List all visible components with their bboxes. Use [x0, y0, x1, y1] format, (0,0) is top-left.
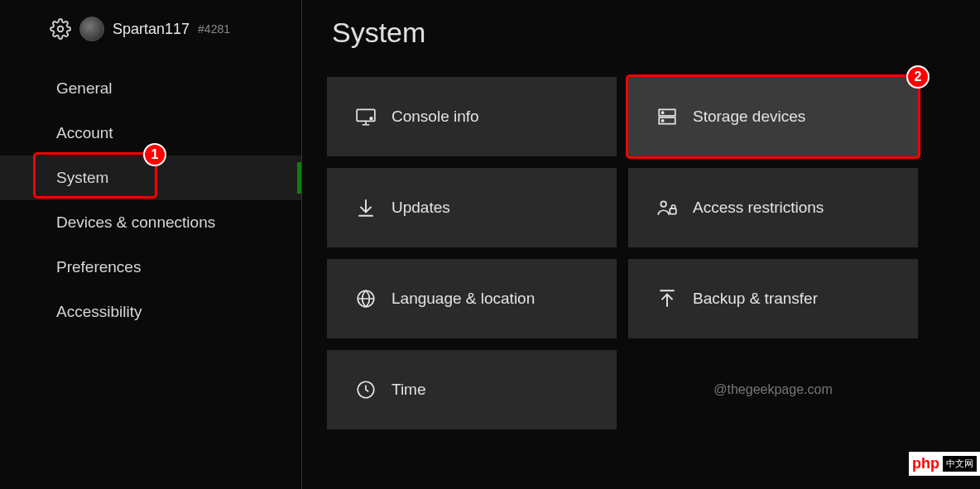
user-tag: #4281: [198, 22, 230, 36]
sidebar-item-preferences[interactable]: Preferences: [0, 245, 301, 290]
svg-point-0: [58, 26, 64, 32]
tile-language-location[interactable]: Language & location: [327, 259, 617, 338]
sidebar-item-label: Account: [56, 124, 113, 141]
storage-icon: [656, 106, 678, 127]
svg-point-2: [370, 117, 372, 120]
monitor-icon: [355, 106, 377, 127]
sidebar-item-label: Preferences: [56, 258, 141, 276]
globe-icon: [355, 288, 377, 309]
tile-label: Time: [392, 381, 426, 399]
tile-label: Updates: [392, 199, 450, 217]
tile-backup-transfer[interactable]: Backup & transfer: [628, 259, 918, 338]
page-title: System: [332, 17, 955, 49]
svg-rect-8: [670, 209, 676, 214]
tile-label: Storage devices: [693, 108, 805, 126]
php-cn: 中文网: [943, 456, 977, 472]
people-lock-icon: [656, 197, 678, 218]
svg-point-6: [662, 120, 664, 122]
tile-label: Access restrictions: [693, 199, 824, 217]
svg-point-5: [662, 112, 664, 113]
avatar: [79, 17, 104, 41]
sidebar-item-general[interactable]: General: [0, 66, 301, 111]
clock-icon: [355, 379, 377, 400]
tile-label: Backup & transfer: [693, 290, 818, 308]
sidebar-item-label: General: [56, 79, 113, 97]
tile-access-restrictions[interactable]: Access restrictions: [628, 168, 918, 247]
profile-header: Spartan117#4281: [0, 17, 301, 66]
php-badge: php 中文网: [909, 452, 980, 476]
sidebar-item-label: Devices & connections: [56, 213, 215, 231]
sidebar-item-label: Accessibility: [56, 303, 142, 320]
php-text: php: [912, 455, 939, 472]
watermark-cell: @thegeekpage.com: [628, 350, 918, 429]
main-content: System Console info Storage devices 2: [302, 0, 980, 489]
sidebar: Spartan117#4281 General Account System 1…: [0, 0, 302, 489]
username: Spartan117: [113, 21, 190, 38]
sidebar-item-accessibility[interactable]: Accessibility: [0, 290, 301, 334]
download-icon: [355, 197, 377, 218]
tile-updates[interactable]: Updates: [327, 168, 617, 247]
watermark: @thegeekpage.com: [713, 382, 832, 397]
sidebar-item-devices[interactable]: Devices & connections: [0, 200, 301, 245]
upload-icon: [656, 288, 678, 309]
sidebar-item-account[interactable]: Account: [0, 111, 301, 156]
tile-label: Language & location: [392, 290, 535, 308]
tile-time[interactable]: Time: [327, 350, 617, 429]
tile-label: Console info: [392, 108, 479, 126]
sidebar-item-label: System: [56, 169, 108, 186]
tiles-grid: Console info Storage devices 2 Updates: [327, 77, 955, 429]
annotation-badge-2: 2: [906, 65, 930, 89]
gear-icon: [50, 18, 71, 40]
tile-storage-devices[interactable]: Storage devices 2: [628, 77, 918, 156]
sidebar-item-system[interactable]: System 1: [0, 156, 301, 200]
svg-point-7: [661, 201, 666, 207]
tile-console-info[interactable]: Console info: [327, 77, 617, 156]
